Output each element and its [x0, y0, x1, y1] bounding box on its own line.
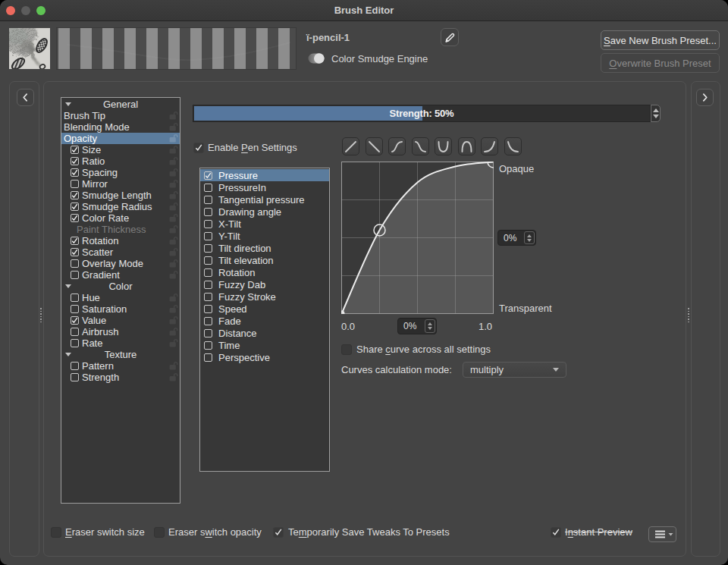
sensor-row-fuzzy-dab[interactable]: Fuzzy Dab — [200, 278, 329, 290]
sensor-row-speed[interactable]: Speed — [200, 303, 329, 315]
row-checkbox[interactable] — [71, 316, 79, 325]
settings-row-spacing[interactable]: Spacing — [61, 167, 180, 178]
settings-row-value[interactable]: Value — [61, 315, 180, 326]
curve-preset-u-shape-button[interactable] — [435, 137, 452, 155]
settings-row-general[interactable]: General — [61, 99, 180, 110]
settings-row-blending-mode[interactable]: Blending Mode — [61, 121, 180, 133]
instant-preview-checkbox[interactable]: Instant Preview — [551, 526, 632, 538]
row-checkbox[interactable] — [71, 259, 79, 268]
spin-down-icon[interactable] — [653, 115, 659, 118]
sensor-row-tilt-direction[interactable]: Tilt direction — [200, 242, 329, 254]
save-new-brush-preset-button[interactable]: Save New Brush Preset... — [601, 30, 720, 50]
scroll-right-button[interactable] — [696, 89, 714, 106]
sensor-checkbox[interactable] — [204, 184, 212, 192]
right-splitter-handle[interactable] — [688, 308, 689, 322]
curve-preset-linear-up-button[interactable] — [342, 137, 359, 155]
sensor-row-drawing-angle[interactable]: Drawing angle — [200, 206, 329, 218]
curve-y-spinbox[interactable]: 0% — [497, 230, 536, 246]
lock-icon[interactable] — [168, 372, 178, 385]
sensor-row-pressurein[interactable]: PressureIn — [200, 181, 329, 193]
curve-preset-s-curve-button[interactable] — [388, 137, 406, 155]
curve-preset-reverse-s-curve-button[interactable] — [412, 137, 429, 155]
row-checkbox[interactable] — [71, 237, 79, 245]
row-checkbox[interactable] — [71, 157, 79, 165]
row-checkbox[interactable] — [71, 271, 79, 279]
row-checkbox[interactable] — [71, 214, 79, 222]
calc-mode-dropdown[interactable]: multiply — [463, 362, 566, 378]
row-checkbox[interactable] — [71, 168, 79, 177]
settings-row-brush-tip[interactable]: Brush Tip — [61, 110, 180, 121]
row-checkbox[interactable] — [71, 373, 79, 381]
temp-save-tweaks-checkbox[interactable]: Temporarily Save Tweaks To Presets — [273, 526, 450, 538]
curve-x-spinbox[interactable]: 0% — [397, 318, 437, 334]
row-checkbox[interactable] — [71, 305, 79, 313]
row-checkbox[interactable] — [71, 362, 79, 370]
sensor-checkbox[interactable] — [204, 208, 212, 216]
settings-row-saturation[interactable]: Saturation — [61, 303, 180, 315]
sensor-row-tangential-pressure[interactable]: Tangential pressure — [200, 193, 329, 206]
curve-editor[interactable] — [341, 162, 494, 314]
sensor-checkbox[interactable] — [204, 196, 212, 204]
sensor-checkbox[interactable] — [204, 256, 212, 265]
sensor-checkbox[interactable] — [204, 244, 212, 253]
curve-x-spinbuttons[interactable] — [425, 319, 435, 333]
eraser-switch-opacity-checkbox[interactable]: Eraser switch opacity — [154, 526, 262, 538]
settings-row-scatter[interactable]: Scatter — [61, 246, 180, 258]
settings-row-airbrush[interactable]: Airbrush — [61, 326, 180, 337]
brush-stroke-preview[interactable] — [56, 27, 297, 70]
strength-slider-spinbuttons[interactable] — [651, 105, 661, 122]
row-checkbox[interactable] — [71, 339, 79, 347]
enable-pen-settings-checkbox[interactable]: Enable Pen Settings — [193, 142, 297, 153]
sensor-row-fuzzy-stroke[interactable]: Fuzzy Stroke — [200, 290, 329, 303]
sensor-row-distance[interactable]: Distance — [200, 327, 329, 339]
curve-preset-arch-button[interactable] — [458, 137, 475, 155]
section-collapse-icon[interactable] — [65, 284, 71, 288]
sensor-checkbox[interactable] — [204, 317, 212, 325]
sensor-row-tilt-elevation[interactable]: Tilt elevation — [200, 254, 329, 266]
settings-row-texture[interactable]: Texture — [61, 349, 180, 360]
sensor-checkbox[interactable] — [204, 232, 212, 240]
brush-settings-list[interactable]: GeneralBrush TipBlending ModeOpacitySize… — [61, 97, 180, 504]
sensor-list[interactable]: PressurePressureInTangential pressureDra… — [199, 168, 330, 472]
settings-row-pattern[interactable]: Pattern — [61, 360, 180, 372]
detach-menu-button[interactable] — [648, 526, 676, 542]
curve-x-value[interactable]: 0% — [398, 319, 424, 334]
engine-toggle[interactable] — [308, 53, 325, 64]
settings-row-smudge-length[interactable]: Smudge Length — [61, 190, 180, 201]
rename-preset-button[interactable] — [441, 28, 459, 46]
settings-row-size[interactable]: Size — [61, 144, 180, 155]
sensor-checkbox[interactable] — [204, 341, 212, 350]
row-checkbox[interactable] — [71, 202, 79, 211]
sensor-checkbox[interactable] — [204, 329, 212, 337]
eraser-switch-size-checkbox[interactable]: Eraser switch size — [51, 526, 145, 538]
settings-row-gradient[interactable]: Gradient — [61, 269, 180, 281]
sensor-checkbox[interactable] — [204, 293, 212, 301]
sensor-row-time[interactable]: Time — [200, 339, 329, 351]
sensor-row-y-tilt[interactable]: Y-Tilt — [200, 230, 329, 242]
settings-row-strength[interactable]: Strength — [61, 372, 180, 383]
settings-row-opacity[interactable]: Opacity — [61, 133, 180, 144]
settings-row-hue[interactable]: Hue — [61, 292, 180, 303]
strength-slider[interactable]: Strength: 50% — [193, 105, 661, 122]
sensor-checkbox[interactable] — [204, 171, 212, 180]
sensor-checkbox[interactable] — [204, 220, 212, 228]
settings-row-paint-thickness[interactable]: Paint Thickness — [61, 224, 180, 235]
row-checkbox[interactable] — [71, 293, 79, 302]
brush-preset-thumbnail[interactable] — [9, 28, 50, 69]
row-checkbox[interactable] — [71, 180, 79, 188]
left-splitter-handle[interactable] — [40, 308, 42, 322]
row-checkbox[interactable] — [71, 328, 79, 336]
row-checkbox[interactable] — [71, 248, 79, 256]
sensor-row-x-tilt[interactable]: X-Tilt — [200, 218, 329, 230]
sensor-row-fade[interactable]: Fade — [200, 315, 329, 327]
row-checkbox[interactable] — [71, 146, 79, 154]
settings-row-ratio[interactable]: Ratio — [61, 155, 180, 167]
curve-y-value[interactable]: 0% — [498, 231, 523, 245]
sensor-checkbox[interactable] — [204, 305, 212, 313]
sensor-checkbox[interactable] — [204, 268, 212, 277]
section-collapse-icon[interactable] — [65, 102, 71, 106]
settings-row-mirror[interactable]: Mirror — [61, 178, 180, 190]
settings-row-rate[interactable]: Rate — [61, 337, 180, 349]
section-collapse-icon[interactable] — [65, 353, 71, 356]
sensor-row-pressure[interactable]: Pressure — [200, 169, 329, 181]
